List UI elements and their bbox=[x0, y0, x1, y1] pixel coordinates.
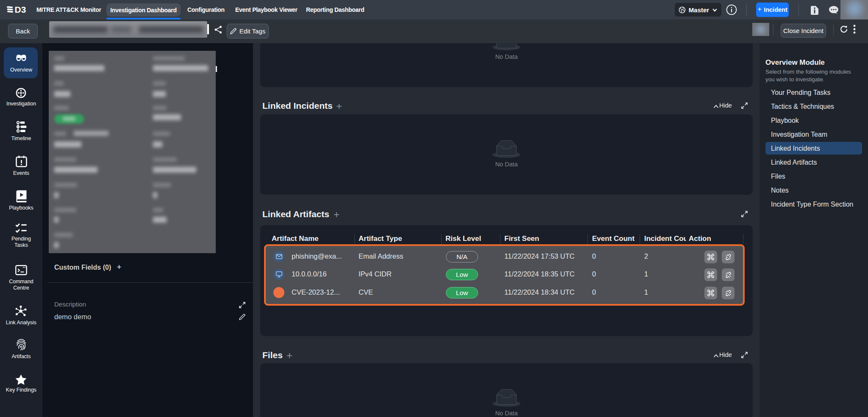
svg-text:D3: D3 bbox=[15, 6, 26, 14]
